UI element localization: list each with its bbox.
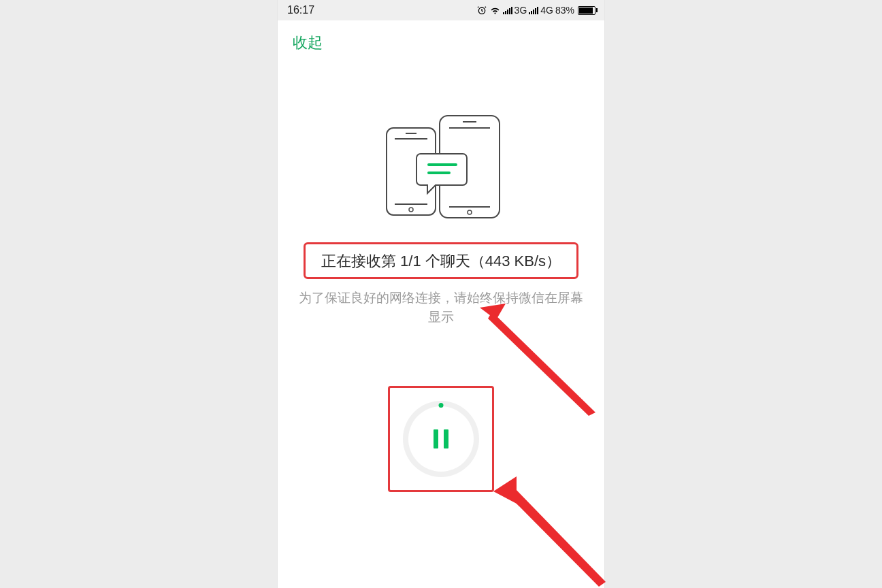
wifi-icon bbox=[489, 5, 501, 15]
battery-icon bbox=[578, 6, 598, 15]
pause-icon bbox=[434, 429, 448, 448]
phone-screen: 16:17 3G bbox=[278, 0, 604, 588]
transfer-illustration bbox=[278, 112, 604, 227]
collapse-button[interactable]: 收起 bbox=[278, 20, 604, 59]
transfer-status-text: 正在接收第 1/1 个聊天（443 KB/s） bbox=[321, 252, 561, 270]
battery-pct: 83% bbox=[555, 5, 574, 16]
net-4g-label: 4G bbox=[540, 5, 553, 16]
signal-4g-icon bbox=[529, 6, 538, 14]
status-right: 3G 4G 83% bbox=[476, 5, 598, 16]
phones-transfer-icon bbox=[366, 112, 516, 227]
tip-text: 为了保证良好的网络连接，请始终保持微信在屏幕显示 bbox=[278, 289, 604, 327]
signal-3g-icon bbox=[503, 6, 512, 14]
transfer-status-box: 正在接收第 1/1 个聊天（443 KB/s） bbox=[304, 242, 578, 279]
net-3g-label: 3G bbox=[514, 5, 527, 16]
pause-button[interactable] bbox=[408, 406, 474, 472]
alarm-icon bbox=[476, 5, 487, 16]
progress-dot-icon bbox=[439, 403, 444, 408]
pause-annotation-box bbox=[388, 386, 494, 492]
status-time: 16:17 bbox=[284, 4, 314, 16]
status-bar: 16:17 3G bbox=[278, 0, 604, 20]
status-box-wrap: 正在接收第 1/1 个聊天（443 KB/s） bbox=[304, 242, 578, 279]
